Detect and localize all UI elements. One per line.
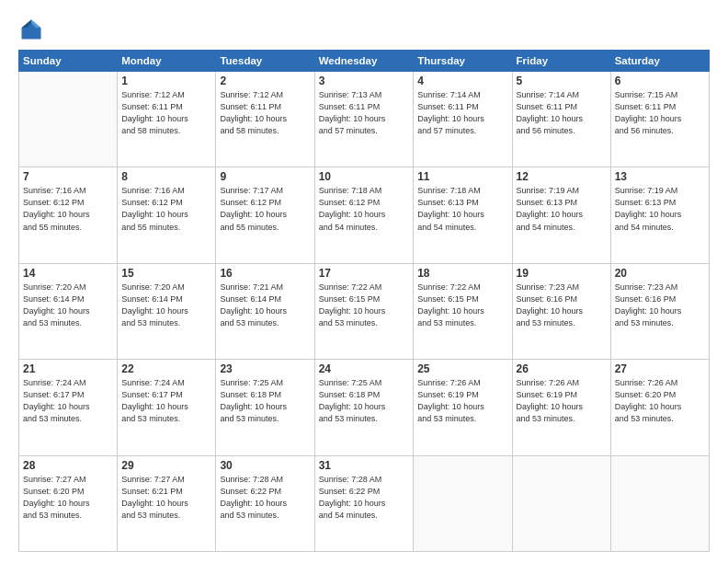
day-info: Sunrise: 7:18 AMSunset: 6:12 PMDaylight:… xyxy=(319,185,410,233)
day-info: Sunrise: 7:20 AMSunset: 6:14 PMDaylight:… xyxy=(121,282,211,329)
week-row-4: 21Sunrise: 7:24 AMSunset: 6:17 PMDayligh… xyxy=(19,360,710,455)
day-number: 4 xyxy=(417,75,507,87)
day-cell: 8Sunrise: 7:16 AMSunset: 6:12 PMDaylight… xyxy=(118,167,216,263)
day-cell: 14Sunrise: 7:20 AMSunset: 6:14 PMDayligh… xyxy=(19,263,118,359)
day-number: 18 xyxy=(417,267,507,280)
day-info: Sunrise: 7:24 AMSunset: 6:17 PMDaylight:… xyxy=(121,377,211,425)
col-header-saturday: Saturday xyxy=(610,51,709,72)
day-number: 25 xyxy=(417,362,507,375)
day-cell: 10Sunrise: 7:18 AMSunset: 6:12 PMDayligh… xyxy=(314,167,414,263)
day-number: 13 xyxy=(615,170,705,183)
day-number: 27 xyxy=(615,362,705,375)
day-cell: 15Sunrise: 7:20 AMSunset: 6:14 PMDayligh… xyxy=(118,263,216,359)
day-number: 22 xyxy=(121,362,211,375)
day-number: 1 xyxy=(121,75,211,87)
day-cell: 7Sunrise: 7:16 AMSunset: 6:12 PMDaylight… xyxy=(19,167,118,263)
day-number: 31 xyxy=(319,459,410,472)
day-cell xyxy=(414,455,512,551)
day-cell: 22Sunrise: 7:24 AMSunset: 6:17 PMDayligh… xyxy=(118,360,216,455)
day-cell: 18Sunrise: 7:22 AMSunset: 6:15 PMDayligh… xyxy=(414,263,512,359)
day-number: 17 xyxy=(319,267,410,280)
day-info: Sunrise: 7:24 AMSunset: 6:17 PMDaylight:… xyxy=(23,377,113,425)
day-cell: 13Sunrise: 7:19 AMSunset: 6:13 PMDayligh… xyxy=(610,167,709,263)
day-number: 23 xyxy=(220,362,310,375)
day-cell xyxy=(512,455,610,551)
header xyxy=(18,17,710,42)
day-number: 20 xyxy=(615,267,705,280)
day-info: Sunrise: 7:25 AMSunset: 6:18 PMDaylight:… xyxy=(319,377,410,425)
day-cell xyxy=(610,455,709,551)
day-number: 2 xyxy=(220,75,310,87)
day-info: Sunrise: 7:22 AMSunset: 6:15 PMDaylight:… xyxy=(319,282,410,329)
day-info: Sunrise: 7:23 AMSunset: 6:16 PMDaylight:… xyxy=(615,282,705,329)
day-cell: 20Sunrise: 7:23 AMSunset: 6:16 PMDayligh… xyxy=(610,263,709,359)
day-cell: 25Sunrise: 7:26 AMSunset: 6:19 PMDayligh… xyxy=(414,360,512,455)
day-cell: 11Sunrise: 7:18 AMSunset: 6:13 PMDayligh… xyxy=(414,167,512,263)
day-cell: 30Sunrise: 7:28 AMSunset: 6:22 PMDayligh… xyxy=(216,455,314,551)
day-info: Sunrise: 7:26 AMSunset: 6:19 PMDaylight:… xyxy=(417,377,507,425)
day-cell xyxy=(19,72,118,167)
day-info: Sunrise: 7:15 AMSunset: 6:11 PMDaylight:… xyxy=(615,89,705,137)
calendar-table: SundayMondayTuesdayWednesdayThursdayFrid… xyxy=(18,50,710,552)
day-cell: 24Sunrise: 7:25 AMSunset: 6:18 PMDayligh… xyxy=(314,360,414,455)
day-info: Sunrise: 7:19 AMSunset: 6:13 PMDaylight:… xyxy=(517,185,607,233)
day-cell: 3Sunrise: 7:13 AMSunset: 6:11 PMDaylight… xyxy=(314,72,414,167)
day-info: Sunrise: 7:25 AMSunset: 6:18 PMDaylight:… xyxy=(220,377,310,425)
day-info: Sunrise: 7:20 AMSunset: 6:14 PMDaylight:… xyxy=(23,282,113,329)
day-info: Sunrise: 7:18 AMSunset: 6:13 PMDaylight:… xyxy=(417,185,507,233)
day-info: Sunrise: 7:19 AMSunset: 6:13 PMDaylight:… xyxy=(615,185,705,233)
col-header-tuesday: Tuesday xyxy=(216,51,314,72)
logo xyxy=(18,17,48,42)
col-header-monday: Monday xyxy=(118,51,216,72)
day-number: 7 xyxy=(23,170,113,183)
week-row-1: 1Sunrise: 7:12 AMSunset: 6:11 PMDaylight… xyxy=(19,72,710,167)
week-row-5: 28Sunrise: 7:27 AMSunset: 6:20 PMDayligh… xyxy=(19,455,710,551)
day-number: 3 xyxy=(319,75,410,87)
day-number: 28 xyxy=(23,459,113,472)
day-number: 12 xyxy=(517,170,607,183)
day-number: 26 xyxy=(517,362,607,375)
day-cell: 31Sunrise: 7:28 AMSunset: 6:22 PMDayligh… xyxy=(314,455,414,551)
day-cell: 19Sunrise: 7:23 AMSunset: 6:16 PMDayligh… xyxy=(512,263,610,359)
day-cell: 2Sunrise: 7:12 AMSunset: 6:11 PMDaylight… xyxy=(216,72,314,167)
day-cell: 27Sunrise: 7:26 AMSunset: 6:20 PMDayligh… xyxy=(610,360,709,455)
week-row-2: 7Sunrise: 7:16 AMSunset: 6:12 PMDaylight… xyxy=(19,167,710,263)
day-info: Sunrise: 7:14 AMSunset: 6:11 PMDaylight:… xyxy=(517,89,607,137)
day-info: Sunrise: 7:12 AMSunset: 6:11 PMDaylight:… xyxy=(121,89,211,137)
day-cell: 4Sunrise: 7:14 AMSunset: 6:11 PMDaylight… xyxy=(414,72,512,167)
day-info: Sunrise: 7:28 AMSunset: 6:22 PMDaylight:… xyxy=(220,474,310,522)
day-info: Sunrise: 7:26 AMSunset: 6:19 PMDaylight:… xyxy=(517,377,607,425)
day-info: Sunrise: 7:27 AMSunset: 6:20 PMDaylight:… xyxy=(23,474,113,522)
day-cell: 17Sunrise: 7:22 AMSunset: 6:15 PMDayligh… xyxy=(314,263,414,359)
day-cell: 29Sunrise: 7:27 AMSunset: 6:21 PMDayligh… xyxy=(118,455,216,551)
page: SundayMondayTuesdayWednesdayThursdayFrid… xyxy=(0,0,728,563)
day-cell: 6Sunrise: 7:15 AMSunset: 6:11 PMDaylight… xyxy=(610,72,709,167)
day-cell: 5Sunrise: 7:14 AMSunset: 6:11 PMDaylight… xyxy=(512,72,610,167)
col-header-sunday: Sunday xyxy=(19,51,118,72)
day-info: Sunrise: 7:12 AMSunset: 6:11 PMDaylight:… xyxy=(220,89,310,137)
day-info: Sunrise: 7:17 AMSunset: 6:12 PMDaylight:… xyxy=(220,185,310,233)
day-cell: 26Sunrise: 7:26 AMSunset: 6:19 PMDayligh… xyxy=(512,360,610,455)
day-info: Sunrise: 7:21 AMSunset: 6:14 PMDaylight:… xyxy=(220,282,310,329)
day-info: Sunrise: 7:26 AMSunset: 6:20 PMDaylight:… xyxy=(615,377,705,425)
day-number: 14 xyxy=(23,267,113,280)
day-info: Sunrise: 7:22 AMSunset: 6:15 PMDaylight:… xyxy=(417,282,507,329)
col-header-wednesday: Wednesday xyxy=(314,51,414,72)
day-cell: 12Sunrise: 7:19 AMSunset: 6:13 PMDayligh… xyxy=(512,167,610,263)
day-number: 19 xyxy=(517,267,607,280)
day-number: 6 xyxy=(615,75,705,87)
day-number: 15 xyxy=(121,267,211,280)
day-number: 8 xyxy=(121,170,211,183)
day-info: Sunrise: 7:28 AMSunset: 6:22 PMDaylight:… xyxy=(319,474,410,522)
day-cell: 1Sunrise: 7:12 AMSunset: 6:11 PMDaylight… xyxy=(118,72,216,167)
day-number: 21 xyxy=(23,362,113,375)
day-cell: 28Sunrise: 7:27 AMSunset: 6:20 PMDayligh… xyxy=(19,455,118,551)
day-info: Sunrise: 7:23 AMSunset: 6:16 PMDaylight:… xyxy=(517,282,607,329)
day-info: Sunrise: 7:16 AMSunset: 6:12 PMDaylight:… xyxy=(23,185,113,233)
col-header-friday: Friday xyxy=(512,51,610,72)
day-number: 29 xyxy=(121,459,211,472)
day-number: 16 xyxy=(220,267,310,280)
day-number: 9 xyxy=(220,170,310,183)
day-cell: 23Sunrise: 7:25 AMSunset: 6:18 PMDayligh… xyxy=(216,360,314,455)
day-number: 11 xyxy=(417,170,507,183)
